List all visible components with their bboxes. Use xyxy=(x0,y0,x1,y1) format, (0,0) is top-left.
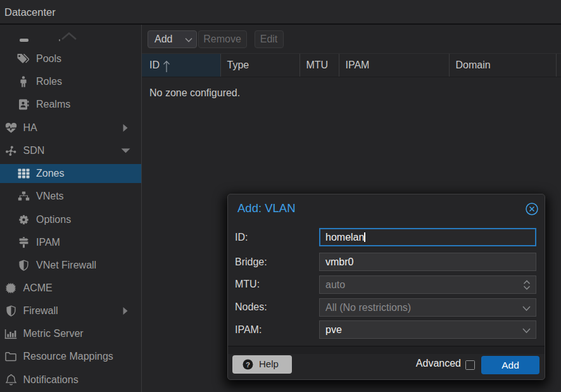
svg-text:?: ? xyxy=(246,361,250,369)
